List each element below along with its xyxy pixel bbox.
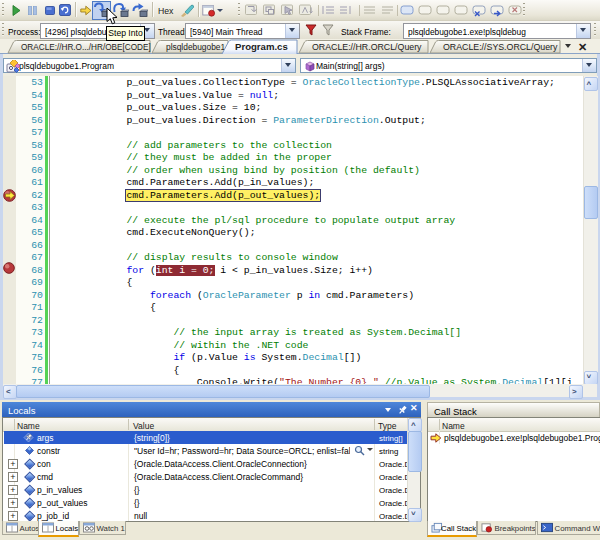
svg-text:Program.cs: Program.cs: [235, 41, 288, 52]
svg-text:ORACLE://HR.O.../HR/OBE[CODE]: ORACLE://HR.O.../HR/OBE[CODE]: [21, 43, 151, 52]
svg-text:plsqldebugobe1: plsqldebugobe1: [166, 42, 225, 52]
svg-text:ORACLE://SYS.ORCL/Query: ORACLE://SYS.ORCL/Query: [443, 42, 558, 52]
svg-text:ORACLE://HR.ORCL/Query: ORACLE://HR.ORCL/Query: [312, 42, 422, 52]
